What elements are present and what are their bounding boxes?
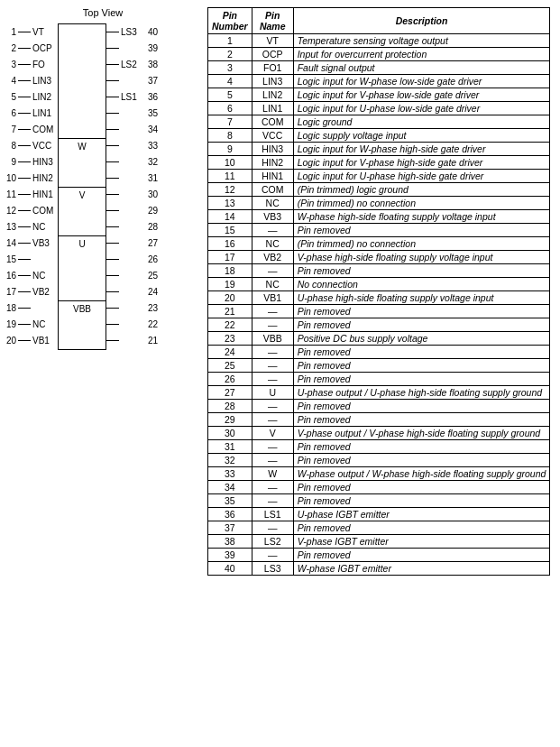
diagram-title: Top View [4, 7, 202, 18]
cell-description: Pin removed [293, 346, 550, 359]
pin-num: 6 [4, 108, 16, 118]
pin-num: 24 [148, 287, 161, 297]
cell-pin-name: LS3 [252, 562, 293, 576]
pin-line [18, 308, 31, 309]
left-pins: 1 VT 2 OCP 3 FO 4 LIN3 5 LI [4, 23, 58, 350]
cell-description: Positive DC bus supply voltage [293, 332, 550, 346]
pin-line [106, 178, 119, 179]
pin-label: VT [32, 27, 58, 37]
cell-pin-name: COM [252, 183, 293, 197]
left-pin-row: 11 HIN1 [4, 186, 58, 202]
pin-label: NC [32, 271, 58, 281]
cell-description: Logic input for U-phase low-side gate dr… [293, 102, 550, 115]
cell-pin-name: COM [252, 115, 293, 129]
left-pin-row: 4 LIN3 [4, 72, 58, 88]
pin-num: 19 [4, 319, 16, 329]
pin-line [106, 97, 119, 97]
cell-pin-number: 5 [208, 88, 252, 102]
cell-pin-name: — [252, 521, 293, 535]
pin-num: 16 [4, 271, 16, 281]
table-row: 37—Pin removed [208, 521, 550, 535]
cell-pin-name: HIN1 [252, 170, 293, 183]
ic-box-cell: W [59, 138, 106, 154]
cell-description: Pin removed [293, 224, 550, 237]
cell-description: No connection [293, 278, 550, 291]
cell-pin-name: — [252, 318, 293, 332]
right-pin-row: 25 [106, 267, 161, 283]
cell-pin-name: — [252, 346, 293, 359]
pin-label: VB3 [32, 238, 58, 248]
cell-pin-number: 7 [208, 115, 252, 129]
cell-pin-number: 4 [208, 75, 252, 88]
cell-description: Logic input for V-phase high-side gate d… [293, 156, 550, 170]
cell-description: Pin removed [293, 440, 550, 454]
pin-num: 12 [4, 206, 16, 216]
ic-box-cell [59, 252, 106, 268]
pin-label: LIN1 [32, 108, 58, 118]
pin-line [106, 194, 119, 195]
pin-num: 38 [148, 60, 161, 69]
ic-box-cell [59, 73, 106, 89]
cell-description: (Pin trimmed) logic ground [293, 183, 550, 197]
pin-label: NC [32, 319, 58, 329]
pin-line [18, 64, 31, 65]
table-row: 21—Pin removed [208, 305, 550, 318]
ic-box-cell [59, 154, 106, 171]
cell-pin-number: 31 [208, 440, 252, 454]
cell-pin-name: HIN3 [252, 143, 293, 156]
cell-pin-number: 32 [208, 454, 252, 467]
pin-line [18, 97, 31, 97]
table-row: 17VB2V-phase high-side floating supply v… [208, 251, 550, 264]
pin-line [18, 48, 31, 49]
ic-box-cell [59, 268, 106, 284]
cell-description: Logic input for U-phase high-side gate d… [293, 170, 550, 183]
cell-pin-number: 10 [208, 156, 252, 170]
pin-num: 28 [148, 222, 161, 232]
left-pin-row: 5 LIN2 [4, 88, 58, 105]
cell-description: W-phase IGBT emitter [293, 562, 550, 576]
cell-description: V-phase IGBT emitter [293, 535, 550, 549]
pin-num: 25 [148, 271, 161, 281]
right-pin-row: 28 [106, 218, 161, 235]
left-pin-row: 20 VB1 [4, 332, 58, 348]
pin-line [106, 291, 119, 292]
cell-pin-name: — [252, 373, 293, 386]
cell-pin-name: VCC [252, 129, 293, 143]
right-pin-row: 22 [106, 316, 161, 332]
ic-body: 1 VT 2 OCP 3 FO 4 LIN3 5 LI [4, 23, 202, 350]
cell-pin-name: LIN3 [252, 75, 293, 88]
pin-num: 39 [148, 43, 161, 53]
cell-pin-number: 11 [208, 170, 252, 183]
cell-description: Pin removed [293, 318, 550, 332]
cell-description: U-phase high-side floating supply voltag… [293, 291, 550, 305]
pin-num: 32 [148, 157, 161, 167]
table-row: 7COMLogic ground [208, 115, 550, 129]
table-row: 35—Pin removed [208, 494, 550, 508]
cell-pin-name: NC [252, 278, 293, 291]
cell-description: Pin removed [293, 549, 550, 562]
table-row: 26—Pin removed [208, 373, 550, 386]
pin-num: 26 [148, 254, 161, 264]
pin-num: 37 [148, 76, 161, 86]
right-pin-row: 31 [106, 170, 161, 186]
table-row: 28—Pin removed [208, 400, 550, 413]
cell-pin-name: NC [252, 197, 293, 210]
cell-pin-name: VB3 [252, 210, 293, 224]
ic-box-cell [59, 24, 106, 41]
pin-num: 22 [148, 319, 161, 329]
table-row: 9HIN3Logic input for W-phase high-side g… [208, 143, 550, 156]
table-row: 38LS2V-phase IGBT emitter [208, 535, 550, 549]
cell-pin-name: VB1 [252, 291, 293, 305]
pin-line [18, 275, 31, 276]
pin-line [106, 308, 119, 309]
cell-pin-number: 24 [208, 346, 252, 359]
right-pin-row: 29 [106, 202, 161, 218]
cell-pin-number: 9 [208, 143, 252, 156]
table-row: 29—Pin removed [208, 413, 550, 427]
cell-pin-number: 22 [208, 318, 252, 332]
cell-pin-name: VB2 [252, 251, 293, 264]
pin-num: 30 [148, 189, 161, 199]
left-pin-row: 2 OCP [4, 40, 58, 56]
pin-num: 11 [4, 189, 16, 199]
cell-pin-number: 26 [208, 373, 252, 386]
